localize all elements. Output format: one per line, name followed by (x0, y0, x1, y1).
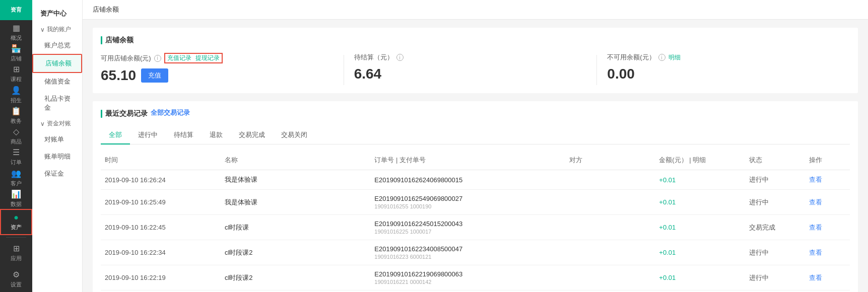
sub-nav-gift-card[interactable]: 礼品卡资金 (32, 90, 82, 116)
cell-status: 进行中 (745, 240, 805, 265)
main-content: 店铺余额 店铺余额 可用店铺余额(元) i 充值记录 提现记录 (83, 0, 868, 292)
sidebar-item-course[interactable]: ⊞ 课程 (0, 63, 32, 84)
cell-name: 我是体验课 (221, 190, 370, 215)
sidebar-item-label: 概况 (11, 34, 22, 42)
cell-counterparty (565, 215, 655, 240)
sub-nav-stored-value[interactable]: 储值资金 (32, 73, 82, 90)
goods-icon: ◇ (13, 127, 19, 136)
cell-amount: +0.01 (655, 190, 745, 215)
col-name: 名称 (221, 151, 370, 170)
cell-counterparty (565, 265, 655, 290)
detail-link[interactable]: 明细 (669, 53, 681, 62)
sidebar-item-label: 招生 (11, 97, 22, 104)
sidebar-item-label: 店铺 (11, 55, 22, 62)
cell-status: 进行中 (745, 170, 805, 190)
cell-amount: +0.01 (655, 265, 745, 290)
tab-in-progress[interactable]: 进行中 (130, 126, 166, 144)
cell-action[interactable]: 查看 (805, 170, 850, 190)
apps-icon: ⊞ (13, 244, 20, 253)
tab-closed[interactable]: 交易关闭 (273, 126, 315, 144)
available-balance-label: 可用店铺余额(元) (101, 54, 151, 63)
sub-nav-account-overview[interactable]: 账户总览 (32, 37, 82, 54)
sidebar-item-customer[interactable]: 👥 客户 (0, 168, 32, 188)
sidebar-item-label: 商品 (11, 138, 22, 145)
sub-nav-group-reconciliation: ∨ 资金对账 (32, 116, 82, 131)
sidebar-bottom: ● 资产 ⊞ 应用 ⚙ 设置 (0, 209, 32, 292)
settings-icon: ⚙ (13, 270, 20, 279)
col-status: 状态 (745, 151, 805, 170)
table-row: 2019-09-10 16:26:24 我是体验课 E2019091016262… (101, 170, 850, 190)
cell-order: E20190910162234008500047 19091016223 600… (370, 240, 565, 265)
cell-name: 我是体验课 (221, 170, 370, 190)
charge-record-link[interactable]: 充值记录 (167, 54, 191, 62)
sidebar-item-label: 客户 (11, 180, 22, 187)
course-icon: ⊞ (13, 64, 20, 74)
available-balance-card: 可用店铺余额(元) i 充值记录 提现记录 65.10 充值 (101, 53, 344, 84)
tab-pending-settlement[interactable]: 待结算 (166, 126, 202, 144)
cell-status: 进行中 (745, 190, 805, 215)
transactions-title: 最近交易记录 全部交易记录 (101, 109, 850, 118)
tab-all[interactable]: 全部 (101, 126, 130, 144)
cell-counterparty (565, 190, 655, 215)
sub-nav-title: 资产中心 (32, 5, 82, 22)
col-counterparty: 对方 (565, 151, 655, 170)
col-amount: 金额(元） | 明细 (655, 151, 745, 170)
sidebar-item-recruit[interactable]: 👤 招生 (0, 84, 32, 105)
sub-nav-bill-detail[interactable]: 账单明细 (32, 148, 82, 165)
extract-record-link[interactable]: 提现记录 (195, 54, 220, 62)
sidebar-item-shop[interactable]: 🏪 店铺 (0, 43, 32, 63)
tab-completed[interactable]: 交易完成 (231, 126, 273, 144)
available-info-icon[interactable]: i (154, 55, 161, 62)
pending-info-icon[interactable]: i (396, 54, 404, 61)
sidebar-item-data[interactable]: 📊 数据 (0, 188, 32, 209)
col-time: 时间 (101, 151, 221, 170)
balance-section: 店铺余额 可用店铺余额(元) i 充值记录 提现记录 65.10 (93, 28, 858, 93)
cell-time: 2019-09-10 16:22:34 (101, 240, 221, 265)
sidebar-item-settings[interactable]: ⚙ 设置 (0, 266, 32, 292)
asset-icon: ● (14, 213, 19, 222)
table-row: 2019-09-10 16:22:34 cl时段课2 E201909101622… (101, 240, 850, 265)
sidebar-item-order[interactable]: ☰ 订单 (0, 147, 32, 167)
sidebar-item-label: 课程 (11, 76, 22, 83)
shop-icon: 🏪 (11, 44, 21, 53)
sub-nav-store-balance[interactable]: 店铺余额 (32, 54, 82, 73)
sidebar-logo: 资育 (0, 0, 32, 20)
recharge-button[interactable]: 充值 (141, 68, 168, 83)
cell-order: E20190910162219069800063 19091016221 000… (370, 265, 565, 290)
cell-name: cl时段课 (221, 215, 370, 240)
sidebar-item-apps[interactable]: ⊞ 应用 (0, 240, 32, 266)
sub-nav-reconciliation[interactable]: 对账单 (32, 131, 82, 148)
cell-time: 2019-09-10 16:25:49 (101, 190, 221, 215)
transaction-table: 时间 名称 订单号 | 支付单号 对方 金额(元） | 明细 状态 操作 201… (101, 151, 850, 290)
unavailable-info-icon[interactable]: i (658, 54, 665, 61)
cell-action[interactable]: 查看 (805, 215, 850, 240)
sidebar: 资育 ▦ 概况 🏪 店铺 ⊞ 课程 👤 招生 📋 教务 ◇ 商品 ☰ 订单 👥 … (0, 0, 32, 292)
sidebar-divider (6, 237, 26, 238)
pending-label: 待结算（元） (354, 53, 393, 62)
sidebar-item-asset[interactable]: ● 资产 (0, 209, 32, 235)
tab-refund[interactable]: 退款 (202, 126, 231, 144)
data-icon: 📊 (11, 189, 21, 199)
table-row: 2019-09-10 16:25:49 我是体验课 E2019091016254… (101, 190, 850, 215)
sub-nav-deposit[interactable]: 保证金 (32, 165, 82, 182)
sidebar-item-goods[interactable]: ◇ 商品 (0, 126, 32, 147)
cell-order: E20190910162624069800015 (370, 170, 565, 190)
view-all-link[interactable]: 全部交易记录 (151, 108, 190, 117)
sidebar-item-overview[interactable]: ▦ 概况 (0, 22, 32, 43)
sidebar-item-label: 应用 (11, 255, 22, 262)
sidebar-item-label: 数据 (11, 200, 22, 208)
pending-amount: 6.64 (354, 66, 587, 82)
sidebar-item-label: 设置 (11, 281, 22, 288)
sub-sidebar: 资产中心 ∨ 我的账户 账户总览 店铺余额 储值资金 礼品卡资金 ∨ 资金对账 … (32, 0, 83, 292)
cell-name: cl时段课2 (221, 240, 370, 265)
cell-action[interactable]: 查看 (805, 190, 850, 215)
cell-order: E20190910162245015200043 19091016225 100… (370, 215, 565, 240)
cell-action[interactable]: 查看 (805, 240, 850, 265)
cell-counterparty (565, 240, 655, 265)
sidebar-item-academic[interactable]: 📋 教务 (0, 105, 32, 126)
breadcrumb: 店铺余额 (83, 0, 868, 20)
academic-icon: 📋 (11, 106, 21, 116)
customer-icon: 👥 (11, 169, 21, 178)
sub-nav-group-accounts: ∨ 我的账户 (32, 22, 82, 37)
cell-action[interactable]: 查看 (805, 265, 850, 290)
